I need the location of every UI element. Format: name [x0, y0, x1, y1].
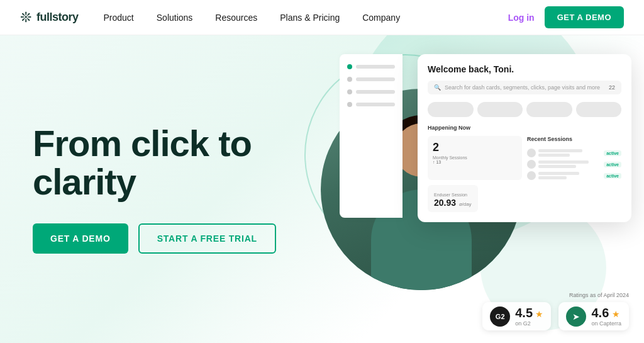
g2-score-block: 4.5 ★ on G2 — [515, 306, 543, 327]
enduser-stat: Enduser Session 20.93 ⌀/day — [428, 185, 478, 212]
session-avatar — [527, 149, 536, 157]
nav-link-product[interactable]: Product — [104, 13, 134, 23]
nav-link-solutions[interactable]: Solutions — [157, 13, 193, 23]
nav-right: Log in GET A DEMO — [508, 6, 624, 28]
recent-sessions-label: Recent Sessions — [527, 136, 621, 142]
nav-links: Product Solutions Resources Plans & Pric… — [104, 13, 508, 23]
login-link[interactable]: Log in — [508, 13, 535, 23]
g2-platform-label: on G2 — [515, 320, 543, 327]
hero-trial-button[interactable]: START A FREE TRIAL — [138, 223, 276, 254]
search-placeholder: Search for dash cards, segments, clicks,… — [445, 84, 605, 91]
session-line — [538, 176, 567, 179]
session-line — [538, 172, 579, 175]
ratings-row: G2 4.5 ★ on G2 ➤ 4.6 ★ on Capterra — [482, 302, 629, 330]
logo[interactable]: ❊ fullstory — [20, 9, 79, 26]
ratings-as-of-label: Ratings as of April 2024 — [569, 292, 629, 298]
happening-now-label: Happening Now — [428, 125, 621, 131]
enduser-value: 20.93 — [434, 198, 456, 208]
g2-icon: G2 — [490, 306, 510, 327]
dashboard-sidebar — [340, 54, 402, 218]
session-badge: active — [604, 162, 621, 167]
stat-sessions-sub: Monthly Sessions — [433, 155, 517, 160]
sidebar-line — [356, 77, 395, 81]
ratings-wrapper: Ratings as of April 2024 G2 4.5 ★ on G2 … — [482, 292, 629, 330]
capterra-star-icon: ★ — [612, 309, 620, 319]
capterra-rating-badge: ➤ 4.6 ★ on Capterra — [558, 302, 629, 330]
sidebar-dot — [347, 89, 352, 94]
stat-sessions-num: 2 — [433, 141, 517, 154]
capterra-score-block: 4.6 ★ on Capterra — [591, 306, 621, 327]
capterra-platform-label: on Capterra — [591, 320, 621, 327]
navbar: ❊ fullstory Product Solutions Resources … — [0, 0, 644, 35]
session-badge: active — [604, 173, 621, 179]
sidebar-dot — [347, 77, 352, 82]
stat-sessions-label: ↑ 13 — [433, 160, 517, 164]
g2-star-icon: ★ — [535, 309, 543, 319]
nav-link-resources[interactable]: Resources — [215, 13, 257, 23]
session-avatar — [527, 171, 536, 180]
hero-buttons: GET A DEMO START A FREE TRIAL — [33, 223, 289, 254]
session-line — [538, 160, 589, 164]
sidebar-line — [356, 90, 395, 94]
session-avatar — [527, 160, 536, 169]
pill-2 — [477, 102, 523, 117]
hero-left: From click to clarity GET A DEMO START A… — [0, 35, 289, 343]
dashboard-pills — [428, 102, 621, 117]
session-row: active — [527, 160, 621, 169]
nav-demo-button[interactable]: GET A DEMO — [545, 6, 624, 28]
search-count: 22 — [609, 84, 615, 91]
session-info — [538, 160, 601, 168]
sidebar-row-data — [345, 99, 397, 110]
dashboard-welcome: Welcome back, Toni. — [428, 64, 621, 74]
pill-3 — [526, 102, 572, 117]
pill-1 — [428, 102, 474, 117]
recent-sessions-panel: Recent Sessions active — [527, 136, 621, 180]
session-info — [538, 149, 601, 157]
dashboard-card: Welcome back, Toni. 🔍 Search for dash ca… — [418, 54, 631, 222]
sidebar-line — [356, 65, 395, 69]
pill-4 — [576, 102, 622, 117]
sidebar-row-notif — [345, 74, 397, 84]
hero-demo-button[interactable]: GET A DEMO — [33, 223, 128, 254]
sidebar-dot — [347, 102, 352, 107]
sidebar-dot — [347, 64, 352, 69]
session-line — [538, 165, 576, 168]
session-rows: active active — [527, 149, 621, 180]
session-row: active — [527, 149, 621, 157]
enduser-label: Enduser Session — [434, 193, 472, 197]
session-badge: active — [604, 150, 621, 156]
session-line — [538, 154, 570, 157]
enduser-unit: ⌀/day — [459, 201, 472, 207]
nav-link-company[interactable]: Company — [362, 13, 400, 23]
stat-sessions: 2 Monthly Sessions ↑ 13 — [428, 136, 522, 180]
session-info — [538, 172, 601, 179]
g2-rating-badge: G2 4.5 ★ on G2 — [482, 302, 551, 330]
search-icon: 🔍 — [434, 84, 441, 91]
session-line — [538, 149, 582, 152]
hero-section: From click to clarity GET A DEMO START A… — [0, 35, 644, 343]
hero-title: From click to clarity — [33, 125, 289, 201]
sidebar-row-notes — [345, 87, 397, 97]
sidebar-line — [356, 103, 395, 106]
dashboard-search[interactable]: 🔍 Search for dash cards, segments, click… — [428, 81, 621, 94]
g2-score: 4.5 — [515, 306, 533, 320]
sidebar-row-home — [345, 62, 397, 72]
capterra-icon: ➤ — [566, 306, 586, 327]
logo-text: fullstory — [36, 11, 79, 24]
session-row: active — [527, 171, 621, 180]
capterra-score: 4.6 — [591, 306, 609, 320]
hero-right: Welcome back, Toni. 🔍 Search for dash ca… — [289, 35, 644, 343]
nav-link-plans[interactable]: Plans & Pricing — [280, 13, 340, 23]
logo-icon: ❊ — [20, 9, 31, 26]
